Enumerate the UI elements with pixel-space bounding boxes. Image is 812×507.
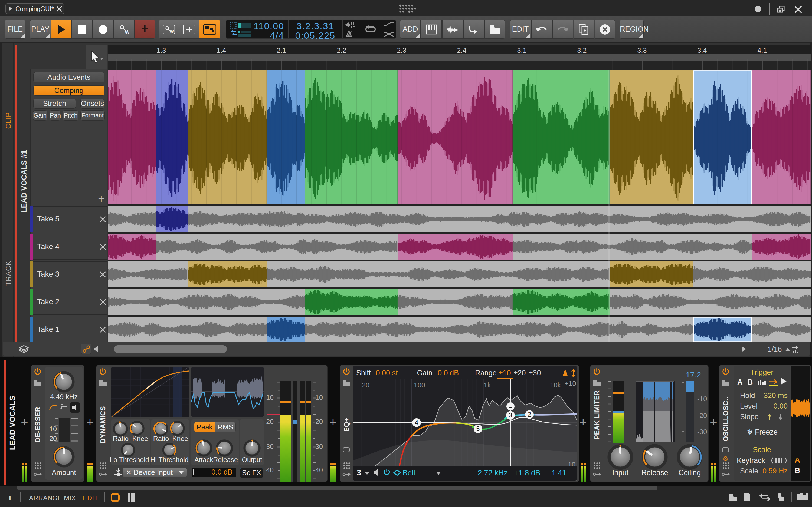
svg-text:W: W [170,29,174,34]
svg-text:W: W [125,29,130,35]
svg-text:2: 2 [528,411,531,418]
svg-text:5: 5 [476,425,480,432]
svg-text:4: 4 [415,419,418,426]
svg-text:3: 3 [509,412,512,419]
svg-text:↔: ↔ [508,403,513,410]
